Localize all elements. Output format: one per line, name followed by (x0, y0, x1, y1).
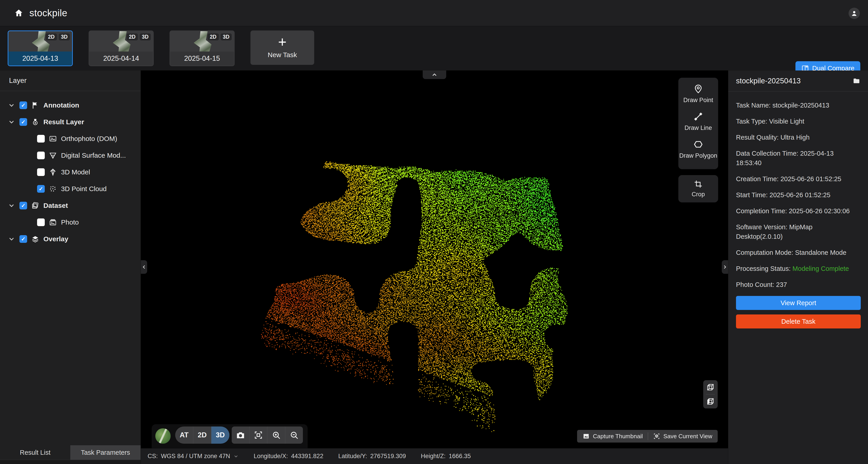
view-report-button[interactable]: View Report (736, 296, 861, 310)
badge-2d[interactable]: 2D (46, 33, 57, 40)
layer-tree-item[interactable]: 3D Point Cloud (0, 180, 141, 197)
badge-2d[interactable]: 2D (208, 33, 219, 40)
chevron-down-icon (233, 454, 239, 459)
fit-view-button[interactable] (250, 427, 268, 444)
layer-label: 3D Point Cloud (61, 185, 107, 193)
detail-label: Processing Status: (736, 265, 791, 272)
badge-3d[interactable]: 3D (59, 33, 70, 40)
capture-thumbnail-button[interactable]: Capture Thumbnail (583, 433, 643, 440)
zoom-in-button[interactable] (268, 427, 285, 444)
layer-tree-item[interactable]: Overlay (0, 231, 141, 247)
wire-cube-icon (706, 383, 715, 392)
chevron-down-icon[interactable] (8, 235, 16, 243)
task-card[interactable]: 2D 3D 2025-04-14 (89, 31, 154, 66)
coordinate-label: Height/Z: (421, 453, 446, 460)
status-bar: CS: WGS 84 / UTM zone 47N Longitude/X: 4… (141, 448, 728, 464)
draw-tool-button[interactable]: Draw Point (683, 84, 713, 104)
detail-value: stockpile-20250413 (772, 102, 829, 109)
minimap-thumbnail[interactable] (155, 428, 170, 444)
collapse-right-handle[interactable] (722, 260, 728, 274)
layer-label: Photo (61, 219, 79, 226)
layer-type-icon (49, 185, 57, 193)
layer-type-icon (31, 235, 39, 243)
camera-icon (236, 430, 245, 440)
bottom-tab[interactable]: Result List (0, 445, 70, 460)
detail-label: Computation Mode: (736, 249, 793, 256)
snapshot-bar: Capture Thumbnail Save Current View (577, 430, 718, 442)
draw-tool-button[interactable]: Draw Line (684, 111, 712, 131)
task-card-list: 2D 3D 2025-04-13 2D 3D 2025-04-14 (8, 31, 314, 66)
layer-tree-item[interactable]: 3D Model (0, 164, 141, 180)
coordinate-value: 1666.35 (449, 453, 471, 460)
task-badges: 2D 3D (46, 33, 70, 40)
layer-tree-item[interactable]: Dataset (0, 197, 141, 214)
coordinate-value: 2767519.309 (370, 453, 406, 460)
layer-tree-item[interactable]: Result Layer (0, 113, 141, 130)
user-avatar[interactable] (848, 8, 860, 19)
home-icon[interactable] (14, 8, 24, 18)
point-cloud-viewport[interactable] (141, 70, 728, 448)
view-mode-button[interactable]: 3D (211, 427, 229, 444)
folder-icon[interactable] (852, 77, 860, 85)
task-detail-list: Task Name: stockpile-20250413 Task Type:… (728, 92, 868, 328)
chevron-down-icon[interactable] (8, 101, 16, 109)
layer-label: Orthophoto (DOM) (61, 135, 117, 142)
layer-label: Overlay (43, 235, 68, 243)
layer-tree-item[interactable]: Photo (0, 214, 141, 231)
coordinate-value: 443391.822 (291, 453, 323, 460)
chevron-up-icon (431, 71, 438, 78)
task-card[interactable]: 2D 3D 2025-04-13 (8, 31, 73, 66)
layer-checkbox[interactable] (20, 202, 27, 209)
top-bar: stockpile (0, 0, 868, 26)
collapse-left-handle[interactable] (141, 260, 147, 274)
ortho-cube-button[interactable] (703, 394, 718, 408)
solid-cube-icon (706, 397, 715, 406)
layer-checkbox[interactable] (37, 168, 45, 176)
coordinate-system-select[interactable]: CS: WGS 84 / UTM zone 47N (148, 453, 239, 460)
layer-tree-item[interactable]: Annotation (0, 97, 141, 113)
viewer-viewport[interactable]: Draw Point Draw Line Draw Polygon (141, 70, 728, 448)
layer-label: 3D Model (61, 168, 90, 176)
layer-checkbox[interactable] (37, 219, 45, 226)
chevron-down-icon[interactable] (8, 118, 16, 126)
collapse-top-handle[interactable] (423, 70, 446, 79)
screenshot-button[interactable] (232, 427, 250, 444)
coordinate-readout: Height/Z: 1666.35 (421, 453, 471, 460)
app-title: stockpile (29, 8, 67, 19)
view-mode-switch: AT 2D 3D (175, 427, 229, 444)
cs-value: WGS 84 / UTM zone 47N (161, 453, 230, 460)
layer-tree-item[interactable]: Digital Surface Mod... (0, 147, 141, 164)
layer-checkbox[interactable] (37, 135, 45, 142)
badge-3d[interactable]: 3D (140, 33, 151, 40)
zoom-out-button[interactable] (285, 427, 303, 444)
layer-checkbox[interactable] (37, 152, 45, 159)
badge-3d[interactable]: 3D (221, 33, 232, 40)
draw-tool-button[interactable]: Draw Polygon (679, 139, 717, 159)
view-mode-button[interactable]: AT (175, 427, 193, 444)
task-thumbnail: 2D 3D (89, 31, 153, 51)
layer-checkbox[interactable] (20, 235, 27, 243)
badge-2d[interactable]: 2D (127, 33, 138, 40)
perspective-cube-button[interactable] (703, 380, 718, 394)
save-current-view-button[interactable]: Save Current View (653, 433, 712, 440)
save-current-view-label: Save Current View (663, 433, 712, 440)
chevron-down-icon[interactable] (8, 202, 16, 209)
task-detail-row: Result Quality: Ultra High (736, 133, 860, 142)
layer-checkbox[interactable] (37, 185, 45, 193)
new-task-button[interactable]: + New Task (250, 31, 314, 65)
zoom-in-icon (272, 430, 281, 440)
layer-tree-item[interactable]: Orthophoto (DOM) (0, 130, 141, 147)
layer-type-icon (49, 135, 57, 143)
task-detail-row: Software Version: MipMap Desktop(2.0.10) (736, 222, 860, 241)
detail-label: Result Quality: (736, 134, 779, 141)
task-card[interactable]: 2D 3D 2025-04-15 (169, 31, 235, 66)
view-mode-button[interactable]: 2D (193, 427, 211, 444)
task-thumbnail: 2D 3D (170, 31, 234, 51)
bottom-tab[interactable]: Task Parameters (70, 445, 141, 460)
crop-button[interactable]: Crop (678, 175, 718, 202)
layer-checkbox[interactable] (20, 101, 27, 109)
layer-checkbox[interactable] (20, 118, 27, 126)
task-detail-panel: stockpile-20250413 Task Name: stockpile-… (728, 70, 868, 464)
delete-task-button[interactable]: Delete Task (736, 314, 861, 328)
layer-tree: Annotation Result Layer Orthophoto (DOM) (0, 91, 141, 247)
